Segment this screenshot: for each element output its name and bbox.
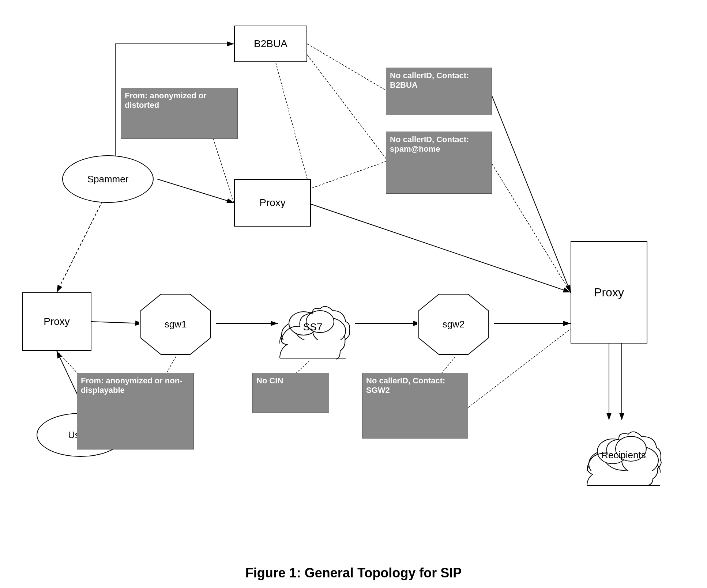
proxy-top-node: Proxy <box>234 179 311 227</box>
proxy-right-label: Proxy <box>594 286 624 299</box>
info-anon-bottom: From: anonymized or non-displayable <box>77 373 194 449</box>
spammer-label: Spammer <box>87 174 129 185</box>
proxy-left-node: Proxy <box>22 292 91 351</box>
sgw2-label: sgw2 <box>443 319 465 330</box>
proxy-top-label: Proxy <box>259 197 286 209</box>
b2bua-node: B2BUA <box>234 26 307 62</box>
info-no-caller-b2bua-label: No callerID, Contact: B2BUA <box>390 71 469 90</box>
svg-rect-18 <box>587 471 660 486</box>
spammer-node: Spammer <box>62 155 154 203</box>
caption-text: Figure 1: General Topology for SIP <box>245 565 462 580</box>
info-anon-bottom-label: From: anonymized or non-displayable <box>81 376 182 395</box>
svg-rect-9 <box>280 340 346 360</box>
info-anon-top-label: From: anonymized or distorted <box>125 91 207 110</box>
info-no-cin: No CIN <box>252 373 329 413</box>
info-no-caller-sgw2: No callerID, Contact: SGW2 <box>362 373 468 439</box>
info-no-caller-sgw2-label: No callerID, Contact: SGW2 <box>366 376 445 395</box>
figure-caption: Figure 1: General Topology for SIP <box>0 565 707 581</box>
sgw1-node: sgw1 <box>139 292 212 356</box>
ss7-label: SS7 <box>303 321 323 333</box>
proxy-left-label: Proxy <box>44 316 70 327</box>
info-no-cin-label: No CIN <box>256 376 283 385</box>
info-no-caller-b2bua: No callerID, Contact: B2BUA <box>386 68 492 115</box>
recipients-node: Recipients <box>578 413 669 486</box>
recipients-label: Recipients <box>601 449 646 461</box>
sgw2-node: sgw2 <box>417 292 490 356</box>
sgw1-label: sgw1 <box>165 319 187 330</box>
info-no-caller-spam: No callerID, Contact: spam@home <box>386 132 492 194</box>
info-anon-top: From: anonymized or distorted <box>121 88 238 139</box>
diagram-container: B2BUA Proxy Proxy Proxy Spammer Users sg… <box>0 0 707 555</box>
b2bua-label: B2BUA <box>254 38 287 50</box>
info-no-caller-spam-label: No callerID, Contact: spam@home <box>390 135 469 153</box>
proxy-right-node: Proxy <box>571 241 647 344</box>
ss7-node: SS7 <box>272 287 353 360</box>
